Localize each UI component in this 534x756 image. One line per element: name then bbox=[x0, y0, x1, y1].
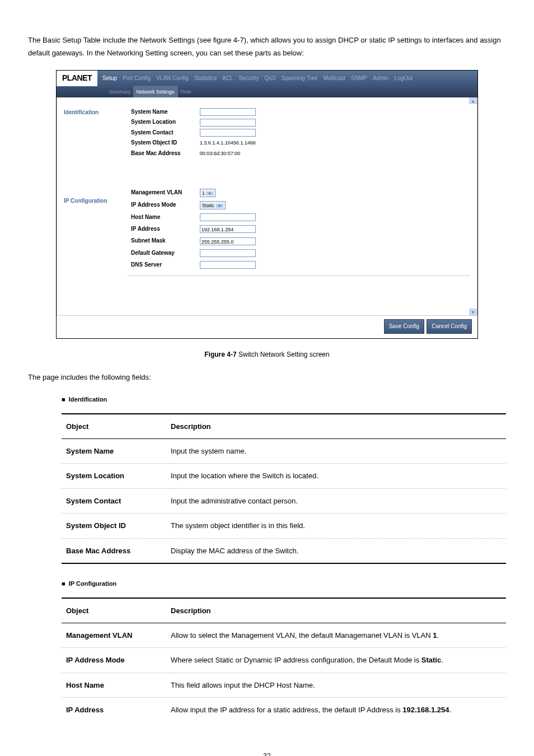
menu-acl[interactable]: ACL bbox=[219, 73, 236, 83]
base-mac-value: 00:03:6d:30:57:00 bbox=[200, 150, 241, 158]
mgmt-vlan-label: Management VLAN bbox=[131, 188, 198, 197]
th-description: Description bbox=[168, 414, 506, 439]
ipaddr-label: IP Address bbox=[131, 225, 198, 233]
table-row: System Contact Input the administrative … bbox=[62, 488, 506, 513]
menu-multicast[interactable]: Multicast bbox=[321, 73, 348, 83]
ipaddr-input[interactable]: 192.168.1.254 bbox=[200, 225, 256, 233]
menu-spanning-tree[interactable]: Spanning Tree bbox=[279, 73, 321, 83]
menu-port-config[interactable]: Port Config bbox=[120, 73, 153, 83]
table-row: System Object ID The system object ident… bbox=[62, 514, 506, 538]
menu-statistics[interactable]: Statistics bbox=[191, 73, 219, 83]
desc-text: Allow to select the Management VLAN, the… bbox=[171, 631, 433, 640]
bullet-glyph-icon: ■ bbox=[62, 580, 65, 587]
obj-cell: System Contact bbox=[62, 488, 168, 513]
host-input[interactable] bbox=[200, 213, 256, 221]
menu-setup[interactable]: Setup bbox=[100, 73, 120, 83]
includes-text: The page includes the following fields: bbox=[28, 371, 506, 384]
desc-text: Where select Static or Dynamic IP addres… bbox=[171, 656, 421, 664]
sys-name-label: System Name bbox=[131, 108, 198, 116]
table-row: System Location Input the location where… bbox=[62, 464, 506, 488]
bullet-identification-text: Identification bbox=[69, 396, 107, 403]
sys-obj-label: System Object ID bbox=[131, 138, 198, 147]
desc-suffix: 1 bbox=[433, 631, 437, 640]
ipconfig-table: Object Description Management VLAN Allow… bbox=[62, 598, 506, 722]
screenshot-frame: PLANET Setup Port Config VLAN Config Sta… bbox=[56, 70, 478, 339]
desc-after: . bbox=[449, 706, 451, 714]
host-label: Host Name bbox=[131, 213, 198, 221]
ip-config-group: Management VLAN 1 ▼ IP Address Mode Stat… bbox=[131, 188, 470, 269]
menu-logout[interactable]: LogOut bbox=[391, 73, 415, 83]
config-button-row: Save Config Cancel Config bbox=[57, 316, 477, 338]
obj-cell: IP Address bbox=[62, 698, 168, 722]
section-ipconfig-label: IP Configuration bbox=[64, 196, 131, 206]
desc-cell: Where select Static or Dynamic IP addres… bbox=[168, 648, 506, 673]
subnet-input[interactable]: 255.255.255.0 bbox=[200, 237, 256, 245]
sys-contact-input[interactable] bbox=[200, 129, 256, 137]
obj-cell: System Object ID bbox=[62, 514, 168, 538]
ip-mode-label: IP Address Mode bbox=[131, 200, 198, 209]
section-identification-label: Identification bbox=[64, 108, 131, 118]
desc-cell: The system object identifier is in this … bbox=[168, 514, 506, 538]
th-object: Object bbox=[62, 598, 168, 623]
caption-prefix: Figure 4-7 bbox=[204, 351, 236, 358]
desc-after: . bbox=[437, 631, 439, 640]
content-pane: ▴ ▾ Identification IP Configuration Syst… bbox=[57, 97, 477, 316]
scroll-up-icon[interactable]: ▴ bbox=[469, 97, 477, 104]
cancel-config-button[interactable]: Cancel Config bbox=[427, 319, 472, 334]
desc-cell: Input the administrative contact person. bbox=[168, 488, 506, 513]
divider bbox=[128, 276, 470, 276]
page-number: -32- bbox=[28, 750, 506, 756]
sub-menu-bar: Summary Network Settings Time bbox=[57, 86, 477, 97]
menu-admin[interactable]: Admin bbox=[370, 73, 391, 83]
submenu-network-settings[interactable]: Network Settings bbox=[133, 86, 178, 98]
menu-vlan-config[interactable]: VLAN Config bbox=[153, 73, 191, 83]
desc-suffix: 192.168.1.254 bbox=[402, 706, 449, 714]
menu-snmp[interactable]: SNMP bbox=[348, 73, 370, 83]
gw-label: Default Gateway bbox=[131, 249, 198, 257]
obj-cell: Base Mac Address bbox=[62, 538, 168, 563]
sys-loc-input[interactable] bbox=[200, 119, 256, 127]
table-row: IP Address Allow input the IP address fo… bbox=[62, 698, 506, 722]
sys-contact-label: System Contact bbox=[131, 128, 198, 137]
submenu-time[interactable]: Time bbox=[178, 87, 194, 96]
obj-cell: System Location bbox=[62, 464, 168, 488]
main-menu-bar: PLANET Setup Port Config VLAN Config Sta… bbox=[57, 71, 477, 86]
dns-input[interactable] bbox=[200, 261, 256, 269]
ip-mode-value: Static bbox=[202, 203, 215, 208]
table-row: Management VLAN Allow to select the Mana… bbox=[62, 623, 506, 648]
save-config-button[interactable]: Save Config bbox=[384, 319, 424, 334]
caption-text: Switch Network Setting screen bbox=[237, 351, 330, 358]
subnet-label: Subnet Mask bbox=[131, 236, 198, 245]
obj-cell: Management VLAN bbox=[62, 623, 168, 648]
bullet-identification: ■ Identification bbox=[62, 394, 506, 405]
desc-cell: Allow to select the Management VLAN, the… bbox=[168, 623, 506, 648]
sys-name-input[interactable] bbox=[200, 108, 256, 116]
mgmt-vlan-value: 1 bbox=[202, 190, 205, 196]
main-menu-items: Setup Port Config VLAN Config Statistics… bbox=[97, 73, 477, 83]
desc-after: . bbox=[441, 656, 443, 664]
menu-qos[interactable]: QoS bbox=[262, 73, 279, 83]
table-row: Host Name This field allows input the DH… bbox=[62, 673, 506, 697]
ip-mode-select[interactable]: Static ▼ bbox=[200, 201, 226, 209]
gw-input[interactable] bbox=[200, 249, 256, 257]
base-mac-label: Base Mac Address bbox=[131, 149, 198, 157]
desc-cell: Display the MAC address of the Switch. bbox=[168, 538, 506, 563]
table-row: System Name Input the system name. bbox=[62, 438, 506, 463]
desc-cell: Input the system name. bbox=[168, 438, 506, 463]
desc-text: Allow input the IP address for a static … bbox=[171, 706, 402, 714]
mgmt-vlan-select[interactable]: 1 ▼ bbox=[200, 189, 216, 197]
scroll-down-icon[interactable]: ▾ bbox=[469, 309, 477, 315]
desc-cell: Allow input the IP address for a static … bbox=[168, 698, 506, 722]
main-column: System Name System Location System Conta… bbox=[131, 108, 470, 307]
desc-cell: Input the location where the Switch is l… bbox=[168, 464, 506, 488]
chevron-down-icon: ▼ bbox=[206, 192, 213, 195]
bullet-glyph-icon: ■ bbox=[62, 396, 65, 403]
identification-group: System Name System Location System Conta… bbox=[131, 108, 470, 158]
submenu-summary[interactable]: Summary bbox=[107, 87, 133, 96]
menu-security[interactable]: Security bbox=[236, 73, 261, 83]
desc-suffix: Static bbox=[421, 656, 441, 664]
bullet-ipconfig-text: IP Configuration bbox=[69, 580, 116, 587]
sys-loc-label: System Location bbox=[131, 118, 198, 126]
logo-area: PLANET bbox=[57, 71, 97, 86]
obj-cell: IP Address Mode bbox=[62, 648, 168, 673]
